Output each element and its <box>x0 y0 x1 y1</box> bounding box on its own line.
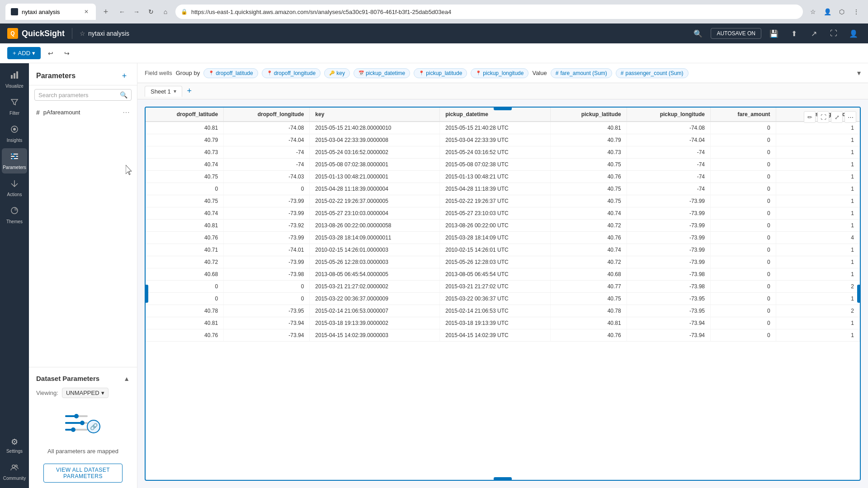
viewing-select[interactable]: UNMAPPED ▾ <box>62 388 108 398</box>
cell-6-6: 0 <box>710 195 776 207</box>
back-button[interactable]: ← <box>116 5 128 18</box>
value-pill-passenger[interactable]: # passenger_count (Sum) <box>616 68 689 78</box>
sidebar-item-insights[interactable]: Insights <box>2 121 27 146</box>
home-button[interactable]: ⌂ <box>159 5 172 18</box>
user-button[interactable]: 👤 <box>846 26 861 41</box>
sidebar-item-visualize[interactable]: Visualize <box>2 67 27 92</box>
cell-8-3: 2013-08-26 00:22:00 UTC <box>440 220 551 232</box>
url-bar[interactable]: 🔒 https://us-east-1.quicksight.aws.amazo… <box>175 5 803 19</box>
undo-button[interactable]: ↩ <box>44 47 57 60</box>
table-row: 40.78-73.952015-02-14 21:06:53.000000720… <box>146 305 860 317</box>
resize-handle-bottom[interactable] <box>494 477 512 480</box>
search-input[interactable] <box>38 92 118 99</box>
refresh-button[interactable]: ↻ <box>145 5 157 18</box>
menu-button[interactable]: ⋮ <box>850 5 863 18</box>
col-dropoff-latitude: dropoff_latitude <box>146 108 224 122</box>
field-pill-pickup-lat[interactable]: 📍 pickup_latitude <box>414 68 467 78</box>
expand-field-wells-button[interactable]: ▾ <box>857 69 861 77</box>
content-area: Field wells Group by 📍 dropoff_latitude … <box>137 63 868 488</box>
table-row: 002015-03-22 00:36:37.00000092015-03-22 … <box>146 293 860 305</box>
header-right: 🔍 AUTOSAVE ON 💾 ⬆ ↗ ⛶ 👤 <box>691 26 861 41</box>
value-pill-fare[interactable]: # fare_amount (Sum) <box>551 68 612 78</box>
autosave-button[interactable]: AUTOSAVE ON <box>711 28 761 39</box>
col-pickup-latitude: pickup_latitude <box>551 108 627 122</box>
cell-1-3: 2015-03-04 22:33:39 UTC <box>440 134 551 146</box>
focus-table-button[interactable]: ⤢ <box>831 111 843 123</box>
cell-14-2: 2015-03-22 00:36:37.0000009 <box>310 293 440 305</box>
new-tab-button[interactable]: + <box>99 5 112 18</box>
profile-button[interactable]: 👤 <box>821 5 834 18</box>
param-item-pAfareamount[interactable]: # pAfareamount ⋯ <box>29 104 137 120</box>
cell-7-6: 0 <box>710 207 776 220</box>
tab-title: nytaxi analysis <box>22 9 60 15</box>
add-sheet-button[interactable]: + <box>184 86 195 97</box>
cell-15-0: 40.78 <box>146 305 224 317</box>
expand-table-button[interactable]: ⛶ <box>817 111 829 123</box>
search-icon[interactable]: 🔍 <box>120 91 127 99</box>
sidebar-item-community[interactable]: Community <box>2 459 27 484</box>
cell-2-2: 2015-05-24 03:16:52.0000002 <box>310 146 440 159</box>
cell-11-5: -73.99 <box>627 256 710 268</box>
add-param-button[interactable]: + <box>119 70 130 81</box>
sidebar-item-settings[interactable]: ⚙ Settings <box>2 433 27 457</box>
cell-13-7: 2 <box>776 281 859 293</box>
group-by-label: Group by <box>176 70 200 76</box>
viewing-dropdown-icon: ▾ <box>101 389 104 396</box>
export-button[interactable]: ⬆ <box>787 26 801 41</box>
resize-handle-top[interactable] <box>494 108 512 110</box>
extensions-button[interactable]: ⬡ <box>835 5 848 18</box>
sidebar-item-filter[interactable]: Filter <box>2 94 27 119</box>
pickup-lon-icon: 📍 <box>476 70 481 75</box>
field-pill-dropoff-lon[interactable]: 📍 dropoff_longitude <box>262 68 321 78</box>
sidebar-item-actions[interactable]: Actions <box>2 175 27 201</box>
table-scroll-area[interactable]: dropoff_latitude dropoff_longitude key p… <box>146 108 860 480</box>
search-button[interactable]: 🔍 <box>691 26 705 41</box>
cell-14-4: 40.75 <box>551 293 627 305</box>
tab-favicon <box>11 8 18 15</box>
browser-tab[interactable]: nytaxi analysis ✕ <box>5 4 96 20</box>
sidebar-item-themes[interactable]: Themes <box>2 202 27 228</box>
collapse-button[interactable]: ▲ <box>123 375 130 382</box>
search-box[interactable]: 🔍 <box>34 89 132 101</box>
view-dataset-button[interactable]: VIEW ALL DATASET PARAMETERS <box>43 464 123 483</box>
star-icon[interactable]: ☆ <box>80 30 85 37</box>
add-button[interactable]: + ADD ▾ <box>7 47 41 59</box>
cell-10-3: 2010-02-15 14:26:01 UTC <box>440 244 551 256</box>
qs-logo-icon: Q <box>7 28 18 39</box>
community-icon <box>10 463 19 474</box>
cell-4-7: 1 <box>776 171 859 183</box>
field-pill-key[interactable]: 🔑 key <box>324 68 350 78</box>
field-pill-pickup-lon[interactable]: 📍 pickup_longitude <box>471 68 528 78</box>
settings-icon: ⚙ <box>11 437 18 447</box>
cell-12-3: 2013-08-05 06:45:54 UTC <box>440 268 551 281</box>
header-divider <box>72 28 72 39</box>
field-pill-pickup-datetime[interactable]: 📅 pickup_datetime <box>354 68 410 78</box>
resize-handle-left[interactable] <box>146 285 148 303</box>
cell-6-5: -73.99 <box>627 195 710 207</box>
sidebar-item-parameters[interactable]: Parameters <box>2 148 27 174</box>
cell-15-2: 2015-02-14 21:06:53.0000007 <box>310 305 440 317</box>
sheet-tab-1[interactable]: Sheet 1 ▾ <box>145 86 182 97</box>
param-menu-button[interactable]: ⋯ <box>123 108 130 117</box>
more-table-options-button[interactable]: ⋯ <box>844 111 856 123</box>
visualize-icon <box>10 70 19 82</box>
field-pill-dropoff-lat[interactable]: 📍 dropoff_latitude <box>203 68 258 78</box>
dropoff-lon-label: dropoff_longitude <box>274 70 316 76</box>
app-header: Q QuickSight ☆ nytaxi analysis 🔍 AUTOSAV… <box>0 23 868 43</box>
forward-button[interactable]: → <box>130 5 143 18</box>
save-button[interactable]: 💾 <box>767 26 781 41</box>
resize-handle-right[interactable] <box>857 285 860 303</box>
edit-table-button[interactable]: ✏ <box>804 111 816 123</box>
sheet-dropdown-icon[interactable]: ▾ <box>174 88 176 94</box>
bookmark-button[interactable]: ☆ <box>807 5 819 18</box>
cell-12-4: 40.68 <box>551 268 627 281</box>
share-button[interactable]: ↗ <box>807 26 821 41</box>
cell-1-5: -74.04 <box>627 134 710 146</box>
redo-button[interactable]: ↪ <box>61 47 73 60</box>
sheet-tab-1-label: Sheet 1 <box>151 88 171 95</box>
table-row: 002015-03-21 21:27:02.00000022015-03-21 … <box>146 281 860 293</box>
cell-2-3: 2015-05-24 03:16:52 UTC <box>440 146 551 159</box>
tab-close-button[interactable]: ✕ <box>82 8 90 16</box>
cell-10-7: 1 <box>776 244 859 256</box>
fullscreen-button[interactable]: ⛶ <box>826 26 841 41</box>
